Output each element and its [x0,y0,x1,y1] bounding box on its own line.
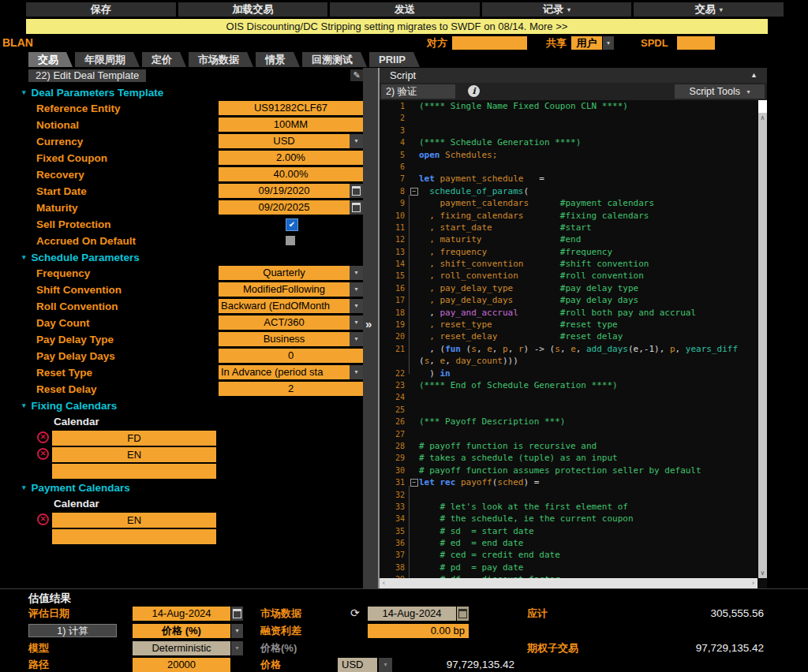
reset-type-select[interactable]: In Advance (period sta [219,365,352,379]
recovery-input[interactable]: 40.00% [219,167,363,181]
option-subtrade-label: 期权子交易 [527,641,578,655]
reset-delay-input[interactable]: 2 [219,382,363,396]
tab-scenario[interactable]: 情景 [256,52,300,67]
calendar-input[interactable] [52,464,216,479]
market-data-calendar-button[interactable] [457,607,469,621]
fold-toggle-icon[interactable]: − [410,188,418,196]
calendar-input[interactable]: EN [52,447,216,462]
roll-convention-dropdown-button[interactable]: ▾ [350,299,363,313]
edit-pencil-icon[interactable]: ✎ [350,69,363,81]
scroll-right-icon[interactable]: › [752,578,754,588]
section-header-payment-calendars[interactable]: ▾Payment Calendars [0,480,363,495]
line-number: 30 [380,465,410,476]
frequency-select[interactable]: Quarterly [219,266,350,280]
code-text: ) in [419,368,451,379]
script-tools-button[interactable]: Script Tools ▾ [675,84,765,99]
code-line: 30# payoff function assumes protection s… [380,465,758,476]
share-user-select[interactable]: 用户 [571,36,602,50]
info-icon[interactable]: i [468,85,480,97]
tab-market-data[interactable]: 市场数据 [189,52,253,67]
announcement-banner[interactable]: OIS Discounting/DC Stripping setting mig… [26,19,768,34]
start-date-input[interactable]: 09/19/2020 [219,184,350,198]
shift-convention-select[interactable]: ModifiedFollowing [219,282,350,297]
calendar-input[interactable]: FD [52,431,216,446]
horizontal-scrollbar[interactable]: ‹ › [380,578,758,588]
scroll-down-icon[interactable]: ∨ [758,569,767,577]
quote-type-dropdown-button[interactable]: ▾ [231,624,243,638]
roll-convention-select[interactable]: Backward (EndOfMonth [219,299,352,313]
valuation-date-label: 评估日期 [28,607,69,621]
reference-entity-input[interactable]: US91282CLF67 [219,101,363,115]
calendar-column-label: Calendar [0,413,363,430]
code-editor[interactable]: 1(**** Single Name Fixed Coupon CLN ****… [380,100,758,578]
price-currency-dropdown-button[interactable]: ▾ [379,658,392,672]
section-header-schedule-parameters[interactable]: ▾Schedule Parameters [0,249,363,265]
tab-backtest[interactable]: 回溯测试 [302,52,367,67]
validate-button[interactable]: 2) 验证 [381,84,455,99]
valuation-date-calendar-button[interactable] [231,607,243,621]
counterparty-input[interactable] [452,36,527,50]
pay-delay-type-dropdown-button[interactable]: ▾ [350,332,363,346]
remove-icon[interactable]: ✕ [37,431,49,443]
reset-type-dropdown-button[interactable]: ▾ [350,365,363,379]
expand-panel-button[interactable]: » [365,317,372,330]
model-dropdown-button[interactable]: ▾ [231,641,243,655]
script-tools-label: Script Tools [690,86,740,97]
vertical-scrollbar[interactable]: ∧ ∨ [758,100,767,578]
edit-deal-template-header[interactable]: 22) Edit Deal Template [28,69,146,82]
start-date-calendar-button[interactable] [350,184,363,198]
field-label: Start Date [36,183,87,200]
pay-delay-type-select[interactable]: Business [219,332,350,346]
maturity-input[interactable]: 09/20/2025 [219,200,350,215]
funding-spread-input[interactable]: 0.00 bp [368,624,469,638]
collapse-up-icon[interactable]: ▲ [750,68,758,83]
currency-dropdown-button[interactable]: ▾ [350,134,363,148]
remove-icon[interactable]: ✕ [37,448,49,460]
topbar-button-load-trade[interactable]: 加载交易 [178,2,328,17]
tab-pricing[interactable]: 定价 [142,52,186,67]
line-number: 22 [380,368,410,379]
fixed-coupon-input[interactable]: 2.00% [219,151,363,165]
remove-icon[interactable]: ✕ [37,513,49,525]
code-line: 25 [380,404,758,416]
topbar-button-send[interactable]: 发送 [330,2,480,17]
scrollbar-thumb[interactable] [758,100,767,113]
accrued-on-default-checkbox[interactable] [286,236,295,245]
notional-input[interactable]: 100MM [219,118,363,132]
calendar-input[interactable]: EN [52,513,216,528]
currency-select[interactable]: USD [219,134,350,148]
code-text: (**** Single Name Fixed Coupon CLN ****) [419,100,628,112]
frequency-dropdown-button[interactable]: ▾ [350,266,363,280]
maturity-calendar-button[interactable] [350,200,363,215]
fold-toggle-icon[interactable]: − [410,479,418,487]
scroll-left-icon[interactable]: ‹ [383,578,385,588]
shift-convention-dropdown-button[interactable]: ▾ [350,282,363,297]
section-header-deal-parameters-template[interactable]: ▾Deal Parameters Template [0,84,363,100]
share-user-dropdown-button[interactable]: ▾ [603,36,614,50]
script-panel-header[interactable]: Script ▲ [380,68,767,83]
tab-tenor-cycle[interactable]: 年限周期 [75,52,140,67]
pay-delay-days-input[interactable]: 0 [219,349,363,363]
day-count-dropdown-button[interactable]: ▾ [350,315,363,330]
spdl-input[interactable] [677,36,715,50]
calculate-button[interactable]: 1) 计算 [28,624,117,637]
price-currency-select[interactable]: USD [338,658,377,672]
tab-priip[interactable]: PRIIP [369,52,420,67]
sell-protection-checkbox[interactable]: ✔ [286,218,298,231]
refresh-icon[interactable]: ⟳ [350,606,360,620]
tab-trade[interactable]: 交易 [28,52,73,67]
paths-input[interactable]: 20000 [133,658,230,672]
topbar-button-save[interactable]: 保存 [26,2,176,17]
market-data-date-input[interactable]: 14-Aug-2024 [368,607,456,621]
code-text: , (fun (s, e, p, r) -> (s, e, add_days(e… [419,343,738,355]
quote-type-select[interactable]: 价格 (%) [133,624,230,638]
calendar-input[interactable] [52,529,216,544]
section-header-fixing-calendars[interactable]: ▾Fixing Calendars [0,398,363,413]
day-count-select[interactable]: ACT/360 [219,315,350,330]
topbar-button-log[interactable]: 记录▾ [482,2,632,17]
model-select[interactable]: Deterministic [133,641,230,655]
scroll-up-icon[interactable]: ∧ [758,114,767,121]
valuation-date-input[interactable]: 14-Aug-2024 [133,607,230,621]
topbar-button-trade[interactable]: 交易▾ [634,2,784,17]
code-text: let payment_schedule = [419,173,544,185]
